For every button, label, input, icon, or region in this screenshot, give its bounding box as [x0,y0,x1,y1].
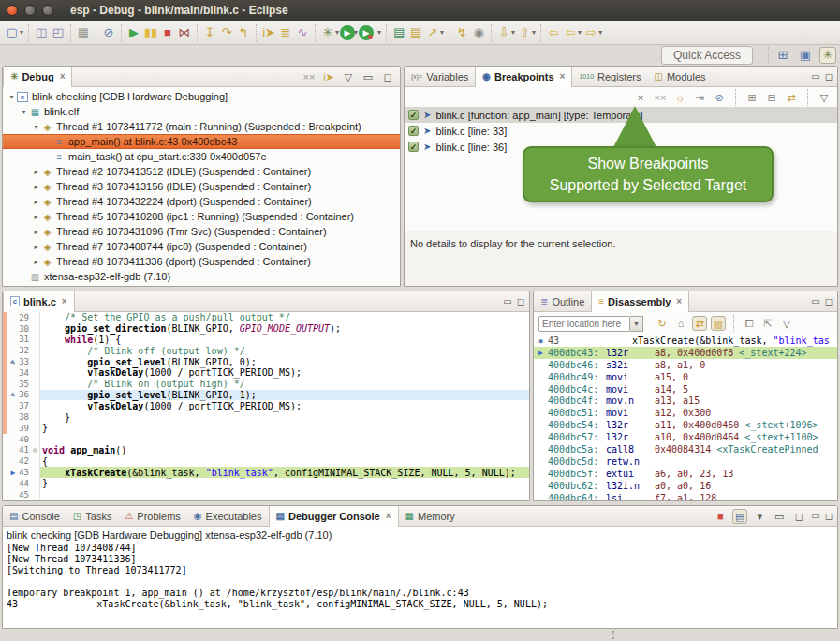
view-menu-icon[interactable]: ▽ [817,90,832,105]
tab-memory[interactable]: ▦Memory [399,506,462,527]
breakpoint-marker-icon[interactable]: ▶ [7,358,19,366]
tab-breakpoints[interactable]: ◉Breakpoints× [475,67,572,87]
code-line[interactable]: 34 vTaskDelay(1000 / portTICK_PERIOD_MS)… [3,367,529,379]
tree-expander-icon[interactable]: ▸ [31,243,41,251]
editor-gutter[interactable]: ▶43 [3,467,40,478]
debug-tree-item[interactable]: ▸◈Thread #6 1073431096 (Tmr Svc) (Suspen… [3,224,400,239]
editor-gutter[interactable]: 41⊖ [3,445,40,456]
skip-all-breakpoints-icon[interactable]: ⊘ [712,90,727,105]
launch-config-icon[interactable]: ↗ [424,24,441,41]
editor-gutter[interactable]: 39 [3,423,40,434]
terminate-icon[interactable]: ■ [159,24,176,41]
view-menu-icon[interactable]: ▽ [341,69,356,84]
code-line[interactable]: ▶43 xTaskCreate(&blink_task, "blink_task… [3,467,529,478]
link-context-icon[interactable]: ⇄ [692,316,707,331]
tree-expander-icon[interactable]: ▸ [31,168,41,176]
editor-gutter[interactable]: 40 [3,434,40,445]
tree-expander-icon[interactable]: ▸ [31,258,41,266]
minimize-icon[interactable]: ▭ [811,511,819,521]
remove-breakpoint-icon[interactable]: × [633,90,648,105]
disassembly-row[interactable]: ▶400dbc43:l32ra8, 0x400d00f8 <_stext+224… [534,347,837,359]
pin-up-icon[interactable]: ⇧ [516,24,533,41]
skip-all-breakpoints-icon[interactable]: ⊘ [100,24,117,41]
code-line[interactable]: ▶33 gpio_set_level(BLINK_GPIO, 0); [3,356,529,367]
display-console-icon[interactable]: ▤ [732,509,747,524]
remove-all-breakpoints-icon[interactable]: ×× [653,90,668,105]
code-line[interactable]: 42{ [3,455,529,467]
debug-perspective-icon[interactable]: ✳ [819,47,836,64]
code-line[interactable]: 37 vTaskDelay(1000 / portTICK_PERIOD_MS)… [3,400,529,411]
tab-problems[interactable]: ⚠Problems [118,506,186,527]
tree-expander-icon[interactable]: ▾ [31,123,41,131]
show-source-icon[interactable]: ▥ [711,316,726,331]
debug-tree-item[interactable]: ▾cblink checking [GDB Hardware Debugging… [3,89,400,104]
cpp-perspective-icon[interactable]: ▣ [797,47,814,64]
editor-gutter[interactable]: 32 [3,345,40,356]
tab-executables[interactable]: ◉Executables [187,506,269,527]
forward-icon-dropdown[interactable]: ▾ [598,28,602,37]
code-line[interactable]: 29 /* Set the GPIO as a push/pull output… [3,312,529,323]
disconnect-icon[interactable]: ⋈ [176,24,193,41]
debug-tree-item[interactable]: ▸◈Thread #5 1073410208 (ipc1 : Running) … [3,209,400,224]
maximize-window-icon[interactable] [42,5,53,16]
instruction-stepping-icon[interactable]: i➤ [260,24,277,41]
tree-expander-icon[interactable]: ▾ [19,108,29,116]
debug-tree-item[interactable]: ▸◈Thread #7 1073408744 (ipc0) (Suspended… [3,239,400,254]
disassembly-listing[interactable]: ●43xTaskCreate(&blink_task, "blink_tas▶4… [534,335,837,500]
tree-expander-icon[interactable]: ▸ [31,183,41,191]
refresh-icon[interactable]: ↻ [655,316,670,331]
collapse-all-icon[interactable]: ⊟ [764,90,779,105]
code-line[interactable]: 40 [3,434,529,445]
home-icon[interactable]: ⌂ [673,316,688,331]
code-line[interactable]: ▶36 gpio_set_level(BLINK_GPIO, 1); [3,390,529,401]
disassembly-row[interactable]: 400dbc46:s32ia8, a1, 0 [534,359,837,371]
disassembly-row[interactable]: 400dbc4c:movia14, 5 [534,383,837,395]
close-tab-icon[interactable]: × [62,296,67,306]
step-return-icon[interactable]: ↰ [235,24,252,41]
pin-up-icon-dropdown[interactable]: ▾ [532,28,536,37]
disassembly-row[interactable]: 400dbc4f:mov.na13, a15 [534,395,837,407]
code-editor[interactable]: 29 /* Set the GPIO as a push/pull output… [3,312,529,500]
breakpoint-checkbox[interactable]: ✓ [408,110,419,120]
tab-console[interactable]: ▤Console [3,506,66,527]
back-icon[interactable]: ⇦ [562,24,579,41]
pin-down-icon[interactable]: ⇩ [495,24,512,41]
tab-debugger-console[interactable]: ▤Debugger Console× [269,506,399,527]
editor-gutter[interactable]: 45 [3,489,40,500]
tab-registers[interactable]: 1010Registers [572,67,647,87]
debug-icon-dropdown[interactable]: ▾ [335,28,339,37]
maximize-icon[interactable]: ◻ [380,69,395,84]
code-line[interactable]: 44} [3,478,529,489]
editor-gutter[interactable]: 35 [3,379,40,390]
tab-disassembly[interactable]: ≡Disassembly× [591,291,689,312]
tree-expander-icon[interactable]: ▸ [31,213,41,221]
build-icon[interactable]: ▦ [75,24,92,41]
maximize-icon[interactable]: ◻ [825,296,833,306]
peripherals-icon[interactable]: ∿ [294,24,311,41]
breakpoint-checkbox[interactable]: ✓ [408,126,419,136]
debug-tree-item[interactable]: ▸◈Thread #3 1073413156 (IDLE) (Suspended… [3,179,400,194]
close-tab-icon[interactable]: × [60,71,66,82]
step-over-icon[interactable]: ↷ [218,24,235,41]
debug-icon[interactable]: ✳ [319,24,336,41]
show-supported-breakpoints-icon[interactable]: ☼ [672,90,687,105]
tab-outline[interactable]: ≣Outline [534,291,591,312]
terminate-console-icon[interactable]: ■ [713,509,728,524]
maximize-icon[interactable]: ◻ [517,296,524,306]
editor-gutter[interactable]: 42 [3,455,40,467]
editor-gutter[interactable]: 44 [3,478,40,489]
new-wizard-icon-dropdown[interactable]: ▾ [20,28,23,37]
editor-gutter[interactable]: ▶33 [3,356,40,367]
editor-gutter[interactable]: 30 [3,323,40,335]
code-line[interactable]: 38 } [3,411,529,423]
breakpoint-marker-icon[interactable]: ▶ [7,391,19,399]
minimize-window-icon[interactable] [24,5,36,16]
debug-tree-item[interactable]: ≡app_main() at blink.c:43 0x400dbc43 [3,134,400,149]
link-with-debug-icon[interactable]: ⇄ [784,90,799,105]
tree-expander-icon[interactable]: ▾ [7,93,17,101]
debug-tree-item[interactable]: ▸◈Thread #8 1073411336 (dport) (Suspende… [3,254,400,269]
copy-icon[interactable]: ⧠ [742,316,757,331]
launch-config-icon-dropdown[interactable]: ▾ [440,28,444,37]
debug-tree-item[interactable]: ▾▦blink.elf [3,104,400,119]
close-window-icon[interactable] [7,5,18,16]
